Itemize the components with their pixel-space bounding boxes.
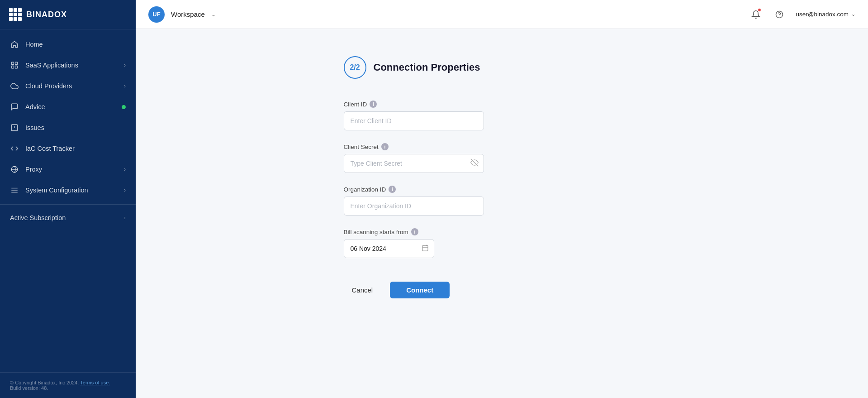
- sidebar-item-subscription[interactable]: Active Subscription ›: [0, 208, 136, 227]
- header: UF Workspace ⌄ user@binadox.com ⌄: [136, 0, 868, 29]
- iac-icon: [10, 144, 19, 153]
- header-right: user@binadox.com ⌄: [749, 7, 855, 22]
- sidebar-item-proxy[interactable]: Proxy ›: [0, 159, 136, 180]
- sidebar-item-iac[interactable]: IaC Cost Tracker: [0, 138, 136, 159]
- calendar-icon[interactable]: [422, 245, 429, 253]
- svg-rect-2: [11, 66, 14, 68]
- sidebar-item-advice[interactable]: Advice: [0, 96, 136, 117]
- advice-dot: [122, 105, 126, 109]
- sidebar-item-cloud[interactable]: Cloud Providers ›: [0, 76, 136, 96]
- main-area: UF Workspace ⌄ user@binadox.com ⌄: [136, 0, 868, 398]
- svg-rect-12: [422, 245, 428, 251]
- user-email: user@binadox.com: [796, 11, 849, 18]
- logo-grid-icon: [9, 8, 22, 21]
- sidebar-item-home-label: Home: [25, 41, 126, 48]
- sidebar-item-sysconfig-label: System Configuration: [25, 187, 118, 194]
- client-secret-label: Client Secret i: [344, 143, 660, 150]
- svg-rect-1: [15, 62, 18, 64]
- proxy-chevron-icon: ›: [124, 166, 126, 173]
- logo-area: BINADOX: [0, 0, 136, 29]
- sidebar-footer: © Copyright Binadox, Inc 2024. Terms of …: [0, 372, 136, 398]
- cancel-button[interactable]: Cancel: [344, 282, 381, 298]
- client-id-label: Client ID i: [344, 101, 660, 108]
- cloud-chevron-icon: ›: [124, 83, 126, 89]
- connection-properties-panel: 2/2 Connection Properties Client ID i Cl…: [344, 56, 660, 371]
- subscription-chevron-icon: ›: [124, 215, 126, 221]
- svg-point-9: [776, 11, 783, 18]
- advice-icon: [10, 102, 19, 111]
- bill-scanning-label: Bill scanning starts from i: [344, 228, 660, 235]
- proxy-icon: [10, 165, 19, 174]
- sidebar-item-sysconfig[interactable]: System Configuration ›: [0, 180, 136, 201]
- home-icon: [10, 40, 19, 49]
- organization-id-group: Organization ID i: [344, 186, 660, 216]
- organization-id-input[interactable]: [344, 197, 484, 216]
- client-secret-info-icon[interactable]: i: [381, 143, 389, 150]
- cloud-icon: [10, 82, 19, 91]
- notification-badge: [758, 8, 761, 12]
- sidebar-item-issues-label: Issues: [25, 124, 126, 131]
- terms-link[interactable]: Terms of use.: [80, 380, 110, 385]
- workspace-name: Workspace: [171, 10, 205, 18]
- issues-icon: [10, 123, 19, 132]
- client-id-input[interactable]: [344, 111, 484, 130]
- sidebar-item-subscription-label: Active Subscription: [10, 214, 118, 221]
- sidebar: BINADOX Home SaaS Applications › Cloud P…: [0, 0, 136, 398]
- form-actions: Cancel Connect: [344, 282, 660, 298]
- footer-copyright: © Copyright Binadox, Inc 2024. Terms of …: [10, 380, 126, 385]
- connect-button[interactable]: Connect: [390, 282, 450, 298]
- client-secret-input-wrapper: [344, 154, 484, 173]
- sidebar-item-issues[interactable]: Issues: [0, 117, 136, 138]
- bill-scanning-date-input[interactable]: [344, 239, 434, 258]
- saas-icon: [10, 61, 19, 70]
- logo-text: BINADOX: [26, 10, 67, 19]
- sidebar-item-home[interactable]: Home: [0, 34, 136, 55]
- step-badge: 2/2: [344, 56, 366, 79]
- footer-build: Build version: 48.: [10, 385, 126, 391]
- saas-chevron-icon: ›: [124, 62, 126, 68]
- bill-scanning-info-icon[interactable]: i: [411, 228, 418, 235]
- notification-button[interactable]: [749, 7, 763, 22]
- organization-id-info-icon[interactable]: i: [389, 186, 396, 193]
- sidebar-item-iac-label: IaC Cost Tracker: [25, 145, 126, 152]
- main-content: 2/2 Connection Properties Client ID i Cl…: [136, 29, 868, 398]
- client-id-group: Client ID i: [344, 101, 660, 130]
- user-chevron-icon: ⌄: [851, 11, 855, 17]
- sidebar-item-advice-label: Advice: [25, 103, 114, 110]
- date-input-wrapper: [344, 239, 434, 258]
- user-menu[interactable]: user@binadox.com ⌄: [796, 11, 855, 18]
- form-title: Connection Properties: [374, 62, 480, 73]
- sidebar-item-saas[interactable]: SaaS Applications ›: [0, 55, 136, 76]
- sidebar-item-cloud-label: Cloud Providers: [25, 82, 118, 90]
- workspace-avatar: UF: [148, 6, 165, 23]
- sidebar-item-proxy-label: Proxy: [25, 166, 118, 173]
- svg-rect-0: [11, 62, 14, 64]
- toggle-visibility-icon[interactable]: [470, 158, 479, 168]
- step-header: 2/2 Connection Properties: [344, 56, 660, 79]
- client-secret-input[interactable]: [344, 154, 484, 173]
- sidebar-item-saas-label: SaaS Applications: [25, 62, 118, 69]
- help-button[interactable]: [772, 7, 787, 22]
- sysconfig-chevron-icon: ›: [124, 187, 126, 193]
- nav-divider: [0, 204, 136, 205]
- svg-rect-3: [15, 66, 18, 68]
- workspace-chevron-icon[interactable]: ⌄: [211, 11, 216, 18]
- sidebar-nav: Home SaaS Applications › Cloud Providers…: [0, 29, 136, 372]
- organization-id-label: Organization ID i: [344, 186, 660, 193]
- client-secret-group: Client Secret i: [344, 143, 660, 173]
- bill-scanning-group: Bill scanning starts from i: [344, 228, 660, 258]
- sysconfig-icon: [10, 186, 19, 195]
- client-id-info-icon[interactable]: i: [370, 101, 377, 108]
